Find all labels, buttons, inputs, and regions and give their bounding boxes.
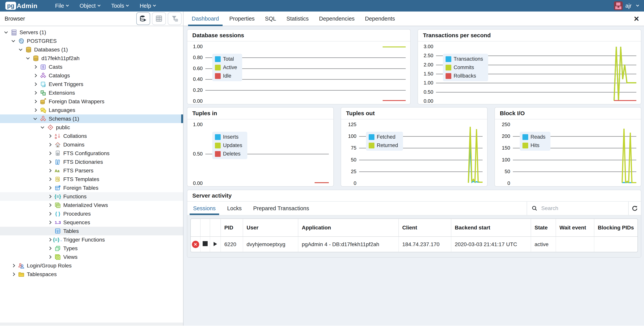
tree-item-servers-1[interactable]: Servers (1)	[0, 28, 183, 37]
chevron-down-icon[interactable]	[41, 125, 44, 128]
view-data-button[interactable]	[152, 12, 166, 25]
chevron-right-icon[interactable]	[48, 143, 52, 146]
chevron-right-icon[interactable]	[48, 151, 52, 155]
chevron-right-icon[interactable]	[33, 74, 37, 77]
chevron-right-icon[interactable]	[48, 203, 52, 207]
chevron-right-icon[interactable]	[48, 178, 52, 181]
tree-item-label: Trigger Functions	[63, 237, 105, 243]
chevron-right-icon[interactable]	[33, 108, 37, 112]
tab-dependencies[interactable]: Dependencies	[314, 12, 360, 26]
tab-prepared-transactions[interactable]: Prepared Transactions	[247, 202, 315, 215]
y-tick-label: 2.00	[418, 62, 433, 68]
chevron-right-icon[interactable]	[33, 100, 37, 103]
pgadmin-logo: pg Admin	[5, 2, 38, 10]
cell-backend-start: 2020-03-03 21:41:17 UTC	[451, 237, 531, 252]
expand-row-icon[interactable]	[214, 242, 217, 246]
chevron-right-icon[interactable]	[33, 82, 37, 86]
user-menu[interactable]: ajr	[614, 1, 639, 10]
chevron-down-icon[interactable]	[19, 47, 22, 51]
tree-item-fts-dictionaries[interactable]: FTS Dictionaries	[0, 158, 183, 166]
legend-label: Active	[223, 65, 237, 70]
tree-item-functions[interactable]: {≡}Functions	[0, 192, 183, 201]
tab-statistics[interactable]: Statistics	[281, 12, 314, 26]
chevron-right-icon[interactable]	[33, 65, 37, 69]
tree-item-login-group-roles[interactable]: Login/Group Roles	[0, 261, 183, 270]
series-returned-line	[468, 127, 482, 183]
chevron-right-icon[interactable]	[48, 134, 52, 138]
chevron-right-icon[interactable]	[48, 238, 52, 241]
filtered-rows-button[interactable]	[168, 12, 182, 25]
menu-help[interactable]: Help	[135, 3, 160, 9]
tree-item-event-triggers[interactable]: Event Triggers	[0, 80, 183, 88]
tree-item-label: Tables	[63, 228, 79, 234]
table-row[interactable]: ×6220dvyhjemoeptxygpgAdmin 4 - DB:d17fek…	[191, 237, 638, 252]
chevron-right-icon[interactable]	[48, 186, 52, 190]
chevron-right-icon[interactable]	[12, 272, 15, 276]
column-header-wait-event: Wait event	[556, 219, 594, 237]
selected-indicator	[181, 114, 183, 123]
menu-tools[interactable]: Tools	[107, 3, 133, 9]
chevron-right-icon[interactable]	[12, 264, 15, 267]
tree-item-catalogs[interactable]: Catalogs	[0, 71, 183, 80]
tree-item-materialized-views[interactable]: Materialized Views	[0, 201, 183, 210]
tree-item-sequences[interactable]: 1..3Sequences	[0, 218, 183, 227]
tab-dependents[interactable]: Dependents	[360, 12, 400, 26]
chevron-right-icon[interactable]	[48, 247, 52, 250]
database-play-icon	[139, 15, 147, 23]
tree-item-fts-parsers[interactable]: AaFTS Parsers	[0, 166, 183, 175]
menu-object[interactable]: Object	[75, 3, 104, 9]
search-input[interactable]	[541, 205, 624, 211]
y-tick-label: 1.00	[187, 121, 203, 127]
tree-item-postgres[interactable]: POSTGRES	[0, 37, 183, 45]
chevron-right-icon[interactable]	[48, 169, 52, 172]
tree-item-schemas-1[interactable]: Schemas (1)	[0, 114, 183, 123]
tree-item-procedures[interactable]: { }Procedures	[0, 210, 183, 218]
refresh-button[interactable]	[628, 202, 641, 215]
tree-item-foreign-tables[interactable]: Foreign Tables	[0, 184, 183, 192]
tree-item-fts-templates[interactable]: FTS Templates	[0, 175, 183, 184]
sequences-icon: 1..3	[54, 219, 61, 226]
tree-item-casts[interactable]: Casts	[0, 63, 183, 71]
tree-item-domains[interactable]: Domains	[0, 140, 183, 149]
tab-sessions[interactable]: Sessions	[187, 202, 222, 215]
tree-item-languages[interactable]: Languages	[0, 106, 183, 114]
tab-properties[interactable]: Properties	[224, 12, 260, 26]
y-tick-label: 25	[341, 168, 356, 175]
tree-item-foreign-data-wrappers[interactable]: Foreign Data Wrappers	[0, 97, 183, 106]
tree-scrollbar[interactable]	[0, 322, 183, 325]
tree-item-trigger-functions[interactable]: {≡}→Trigger Functions	[0, 235, 183, 244]
tree-item-views[interactable]: Views	[0, 253, 183, 261]
tree-item-label: Materialized Views	[63, 202, 108, 208]
tree-item-tables[interactable]: Tables	[0, 227, 183, 235]
chevron-right-icon[interactable]	[48, 195, 52, 198]
tree-item-fts-configurations[interactable]: FTS Configurations	[0, 149, 183, 158]
chevron-right-icon[interactable]	[48, 221, 52, 224]
tree-item-databases-1[interactable]: Databases (1)	[0, 45, 183, 54]
tree-item-label: Extensions	[49, 90, 75, 96]
chevron-right-icon[interactable]	[48, 212, 52, 215]
tree-item-tablespaces[interactable]: Tablespaces	[0, 270, 183, 279]
chevron-right-icon[interactable]	[48, 255, 52, 259]
chevron-down-icon[interactable]	[12, 39, 15, 42]
tree-item-d17fekh11pf2ah[interactable]: d17fekh11pf2ah	[0, 54, 183, 63]
tree-item-public[interactable]: public	[0, 123, 183, 132]
catalogs-icon	[40, 72, 47, 79]
chevron-down-icon[interactable]	[33, 116, 37, 120]
tab-sql[interactable]: SQL	[260, 12, 281, 26]
close-icon[interactable]: ×	[634, 14, 639, 23]
chevron-down-icon[interactable]	[4, 30, 8, 33]
tree-item-label: FTS Templates	[63, 176, 99, 182]
chevron-right-icon[interactable]	[48, 160, 52, 164]
query-tool-button[interactable]	[136, 12, 150, 25]
tab-dashboard[interactable]: Dashboard	[186, 12, 224, 26]
tree-item-collations[interactable]: ABCollations	[0, 132, 183, 140]
cancel-query-icon[interactable]	[203, 241, 208, 246]
terminate-session-icon[interactable]: ×	[192, 241, 199, 248]
chevron-down-icon[interactable]	[26, 56, 30, 59]
chevron-right-icon[interactable]	[33, 91, 37, 94]
pg-logo-badge: pg	[5, 2, 16, 10]
tab-locks[interactable]: Locks	[222, 202, 248, 215]
tree-item-types[interactable]: Types	[0, 244, 183, 253]
tree-item-extensions[interactable]: Extensions	[0, 88, 183, 97]
menu-file[interactable]: File	[51, 3, 73, 9]
